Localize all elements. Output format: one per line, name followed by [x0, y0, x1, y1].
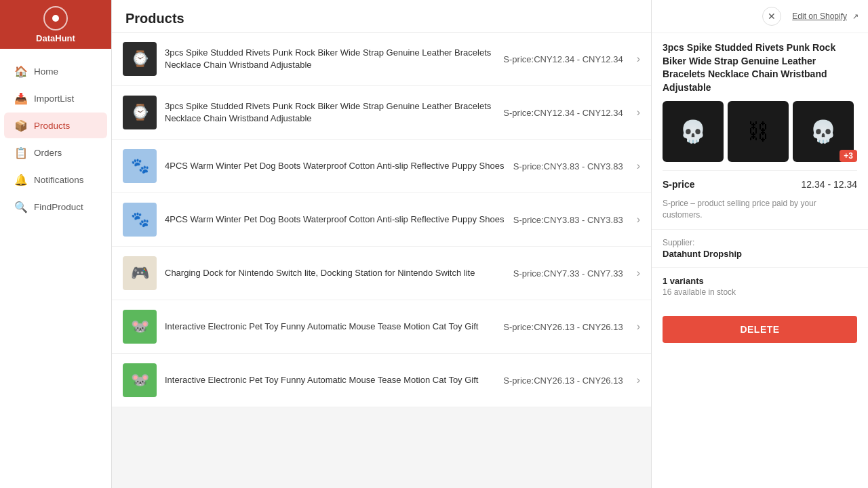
detail-images: 💀⛓💀+3: [652, 101, 868, 170]
detail-supplier-row: Supplier: Datahunt Dropship: [652, 229, 868, 267]
more-images-badge: +3: [840, 150, 857, 162]
products-scroll[interactable]: ⌚ 3pcs Spike Studded Rivets Punk Rock Bi…: [112, 33, 651, 488]
product-thumbnail: 🐭: [123, 310, 157, 344]
product-item[interactable]: 🐭 Interactive Electronic Pet Toy Funny A…: [112, 300, 651, 354]
product-item[interactable]: ⌚ 3pcs Spike Studded Rivets Punk Rock Bi…: [112, 33, 651, 86]
detail-price-value: 12.34 - 12.34: [801, 179, 857, 190]
product-name: 3pcs Spike Studded Rivets Punk Rock Bike…: [165, 100, 495, 125]
product-name: 3pcs Spike Studded Rivets Punk Rock Bike…: [165, 47, 495, 71]
products-list: ⌚ 3pcs Spike Studded Rivets Punk Rock Bi…: [112, 33, 651, 407]
detail-price-row: S-price 12.34 - 12.34: [652, 171, 868, 198]
home-icon: 🏠: [15, 65, 27, 77]
external-link-icon: ↗: [852, 12, 859, 21]
product-price: S-price:CNY12.34 - CNY12.34: [503, 54, 623, 64]
sidebar-item-find-product[interactable]: 🔍FindProduct: [4, 194, 107, 220]
main-header: Products: [112, 0, 651, 33]
detail-price-note: S-price – product selling price paid by …: [652, 198, 868, 229]
delete-button[interactable]: DELETE: [663, 316, 857, 343]
chevron-right-icon: ›: [637, 214, 640, 226]
sidebar-item-notifications[interactable]: 🔔Notifications: [4, 167, 107, 192]
product-info: 3pcs Spike Studded Rivets Punk Rock Bike…: [165, 100, 495, 125]
close-button[interactable]: ✕: [762, 7, 781, 26]
product-thumbnail: ⌚: [123, 96, 157, 129]
sidebar-item-label: FindProduct: [34, 202, 83, 212]
product-item[interactable]: 🐾 4PCS Warm Winter Pet Dog Boots Waterpr…: [112, 140, 651, 193]
sidebar-item-orders[interactable]: 📋Orders: [4, 140, 107, 165]
notifications-icon: 🔔: [15, 174, 27, 186]
product-price: S-price:CNY26.13 - CNY26.13: [503, 375, 623, 386]
product-info: 4PCS Warm Winter Pet Dog Boots Waterproo…: [165, 214, 505, 226]
product-item[interactable]: 🐾 4PCS Warm Winter Pet Dog Boots Waterpr…: [112, 193, 651, 247]
detail-supplier-label: Supplier:: [663, 238, 857, 247]
chevron-right-icon: ›: [637, 53, 640, 65]
detail-title: 3pcs Spike Studded Rivets Punk Rock Bike…: [652, 33, 868, 101]
sidebar-item-products[interactable]: 📦Products: [4, 113, 107, 138]
detail-variants-stock: 16 available in stock: [663, 287, 857, 297]
chevron-right-icon: ›: [637, 106, 640, 119]
detail-variants-count: 1 variants: [663, 276, 857, 286]
product-price: S-price:CNY12.34 - CNY12.34: [503, 108, 623, 118]
chevron-right-icon: ›: [637, 374, 640, 386]
sidebar-item-label: ImportList: [34, 94, 74, 104]
product-price: S-price:CNY26.13 - CNY26.13: [503, 322, 623, 332]
logo-circle: [43, 6, 68, 30]
product-price: S-price:CNY3.83 - CNY3.83: [513, 215, 623, 225]
sidebar-item-label: Home: [34, 66, 58, 77]
chevron-right-icon: ›: [637, 267, 640, 279]
main-content: Products ⌚ 3pcs Spike Studded Rivets Pun…: [112, 0, 651, 488]
sidebar: DataHunt 🏠Home📥ImportList📦Products📋Order…: [0, 0, 112, 488]
find-product-icon: 🔍: [15, 201, 27, 213]
product-name: 4PCS Warm Winter Pet Dog Boots Waterproo…: [165, 160, 505, 172]
product-info: Interactive Electronic Pet Toy Funny Aut…: [165, 321, 495, 333]
detail-variants-row: 1 variants 16 available in stock: [652, 267, 868, 305]
product-name: 4PCS Warm Winter Pet Dog Boots Waterproo…: [165, 214, 505, 226]
edit-shopify-link[interactable]: Edit on Shopify: [792, 12, 847, 21]
sidebar-item-label: Products: [34, 121, 70, 131]
logo-dot: [52, 15, 59, 22]
product-item[interactable]: 🎮 Charging Dock for Nintendo Switch lite…: [112, 247, 651, 300]
product-name: Interactive Electronic Pet Toy Funny Aut…: [165, 374, 495, 386]
product-price: S-price:CNY7.33 - CNY7.33: [513, 268, 623, 279]
chevron-right-icon: ›: [637, 160, 640, 172]
detail-supplier-name: Datahunt Dropship: [663, 249, 857, 259]
product-name: Interactive Electronic Pet Toy Funny Aut…: [165, 321, 495, 333]
detail-header: ✕ Edit on Shopify ↗: [652, 0, 868, 33]
product-info: Charging Dock for Nintendo Switch lite, …: [165, 267, 505, 279]
detail-price-label: S-price: [663, 179, 694, 190]
page-title: Products: [125, 11, 637, 26]
sidebar-item-label: Orders: [34, 148, 62, 158]
sidebar-item-home[interactable]: 🏠Home: [4, 58, 107, 84]
app-name: DataHunt: [36, 33, 75, 43]
chevron-right-icon: ›: [637, 321, 640, 333]
product-thumbnail: 🐾: [123, 149, 157, 183]
detail-panel: ✕ Edit on Shopify ↗ 3pcs Spike Studded R…: [651, 0, 868, 488]
product-thumbnail: 🎮: [123, 256, 157, 290]
product-thumbnail: 🐭: [123, 363, 157, 397]
app-logo: DataHunt: [0, 0, 111, 49]
product-item[interactable]: ⌚ 3pcs Spike Studded Rivets Punk Rock Bi…: [112, 86, 651, 140]
products-icon: 📦: [15, 119, 27, 131]
product-thumbnail: 🐾: [123, 203, 157, 237]
import-list-icon: 📥: [15, 92, 27, 104]
sidebar-item-import-list[interactable]: 📥ImportList: [4, 85, 107, 111]
detail-product-image: 💀: [663, 101, 724, 162]
product-info: 3pcs Spike Studded Rivets Punk Rock Bike…: [165, 47, 495, 71]
sidebar-item-label: Notifications: [34, 175, 84, 185]
orders-icon: 📋: [15, 146, 27, 159]
product-item[interactable]: 🐭 Interactive Electronic Pet Toy Funny A…: [112, 354, 651, 407]
product-info: Interactive Electronic Pet Toy Funny Aut…: [165, 374, 495, 386]
product-thumbnail: ⌚: [123, 42, 157, 76]
sidebar-nav: 🏠Home📥ImportList📦Products📋Orders🔔Notific…: [0, 49, 111, 488]
product-info: 4PCS Warm Winter Pet Dog Boots Waterproo…: [165, 160, 505, 172]
product-name: Charging Dock for Nintendo Switch lite, …: [165, 267, 505, 279]
detail-product-image: ⛓: [728, 101, 789, 162]
product-price: S-price:CNY3.83 - CNY3.83: [513, 161, 623, 171]
